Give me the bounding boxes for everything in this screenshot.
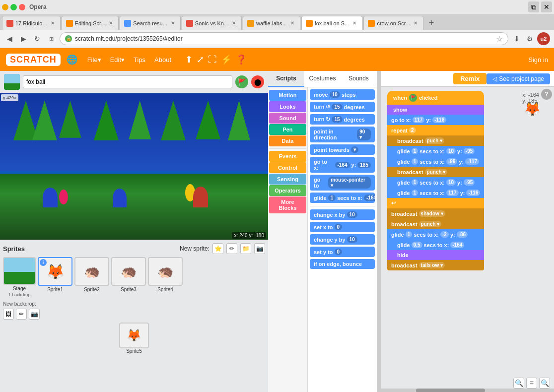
block-change-x[interactable]: change x by 10	[310, 209, 375, 220]
draw-backdrop-button[interactable]: ✏	[16, 309, 27, 320]
block-if-on-edge[interactable]: if on edge, bounce	[310, 259, 375, 269]
help-icon[interactable]: ❓	[236, 54, 247, 65]
block-glide6[interactable]: glide 0.5 secs to x: -164	[387, 240, 484, 250]
middle-scrollbar[interactable]	[377, 71, 381, 392]
block-show[interactable]: show	[387, 105, 484, 115]
category-operators[interactable]: Operators	[269, 185, 306, 196]
paint-backdrop-button[interactable]: 🖼	[3, 309, 14, 320]
category-looks[interactable]: Looks	[269, 101, 306, 112]
tab-editing[interactable]: Editing Scr... ✕	[62, 16, 119, 30]
camera-sprite-button[interactable]: 📷	[254, 243, 265, 254]
presentation-icon[interactable]: ⛶	[208, 55, 217, 65]
draw-sprite-button[interactable]: ✏	[226, 243, 237, 254]
refresh-button[interactable]: ↻	[32, 33, 43, 44]
maximize-button[interactable]	[10, 4, 17, 10]
block-turn-left[interactable]: turn ↺ 15 degrees	[310, 102, 375, 112]
minimize-button[interactable]	[2, 4, 8, 10]
home-button[interactable]: ⊞	[46, 33, 57, 44]
tab-close-icon[interactable]: ✕	[169, 20, 176, 27]
green-flag-button[interactable]: 🚩	[235, 75, 248, 88]
block-broadcast-puch[interactable]: broadcast puch ▾	[387, 135, 484, 146]
tab-sounds[interactable]: Sounds	[341, 71, 377, 87]
tab-close-icon[interactable]: ✕	[107, 20, 114, 27]
scratch-logo[interactable]: SCRATCH	[6, 54, 61, 66]
tab-scripts[interactable]: Scripts	[268, 71, 304, 87]
bookmark-icon[interactable]: ☆	[496, 34, 503, 44]
block-set-x[interactable]: set x to 0	[310, 222, 375, 232]
block-goto-xy[interactable]: go to x: -164 y: 185	[310, 157, 375, 173]
category-pen[interactable]: Pen	[269, 124, 306, 135]
window-restore-button[interactable]: ⧉	[528, 1, 539, 12]
block-glide5[interactable]: glide 1 secs to x: -2 y: -86	[387, 229, 484, 240]
see-project-button[interactable]: ◁ See project page	[486, 73, 550, 84]
category-sensing[interactable]: Sensing	[269, 174, 306, 185]
sprite5-item[interactable]: 🦊 Sprite5	[3, 323, 265, 354]
signin-link[interactable]: Sign in	[528, 56, 548, 64]
category-sound[interactable]: Sound	[269, 113, 306, 124]
block-when-clicked[interactable]: when 🚩 clicked	[387, 91, 484, 105]
file-menu[interactable]: File▾	[83, 54, 105, 65]
block-goto-mousepointer[interactable]: go to mouse-pointer ▾	[310, 175, 375, 191]
tab-waffle[interactable]: waffle-labs... ✕	[243, 16, 300, 30]
tab-close-icon[interactable]: ✕	[289, 20, 296, 27]
sprite2-item[interactable]: 🦔 Sprite2	[74, 257, 109, 292]
forward-button[interactable]: ▶	[18, 33, 29, 44]
globe-icon[interactable]: 🌐	[67, 54, 77, 65]
block-broadcast-shadow[interactable]: broadcast shadow ▾	[387, 208, 484, 219]
block-glide4[interactable]: glide 1 secs to x: 117 y: -116	[387, 188, 484, 198]
block-hide[interactable]: hide	[387, 250, 484, 260]
stop-button[interactable]: ⬤	[251, 75, 264, 88]
tab-close-icon[interactable]: ✕	[412, 20, 419, 27]
category-data[interactable]: Data	[269, 135, 306, 146]
tab-17ridiculo[interactable]: 17 Ridiculo... ✕	[2, 16, 61, 30]
tab-crow[interactable]: crow on Scr... ✕	[363, 16, 423, 30]
tab-search[interactable]: Search resu... ✕	[120, 16, 180, 30]
turbo-icon[interactable]: ⚡	[221, 54, 232, 65]
new-tab-button[interactable]: +	[424, 16, 438, 30]
tips-link[interactable]: Tips	[130, 54, 149, 65]
block-glide1[interactable]: glide 1 secs to x: 10 y: -95	[387, 146, 484, 156]
block-set-y[interactable]: set y to 0	[310, 247, 375, 257]
about-link[interactable]: About	[150, 54, 175, 65]
block-glide[interactable]: glide 1 secs to x: -164 y: 18	[310, 193, 375, 203]
user-avatar[interactable]: u2	[537, 32, 550, 45]
block-broadcast-tailsow[interactable]: broadcast tails ow ▾	[387, 260, 484, 270]
project-name-input[interactable]	[23, 75, 232, 88]
stage-sprite-item[interactable]: Stage 1 backdrop	[3, 257, 36, 297]
help-button[interactable]: ?	[541, 89, 552, 100]
category-events[interactable]: Events	[269, 151, 306, 162]
block-goto-117[interactable]: go to x: 117 y: -116	[387, 115, 484, 125]
category-more-blocks[interactable]: More Blocks	[269, 196, 306, 213]
tab-sonic[interactable]: Sonic vs Kn... ✕	[182, 16, 242, 30]
block-change-y[interactable]: change y by 10	[310, 234, 375, 245]
tab-close-icon[interactable]: ✕	[351, 20, 358, 27]
canvas-scrollbar-h[interactable]	[381, 389, 554, 392]
tab-foxball[interactable]: fox ball on S... ✕	[301, 16, 363, 30]
paint-sprite-button[interactable]: ⭐	[212, 243, 223, 254]
zoom-out-button[interactable]: 🔍	[539, 378, 550, 389]
sprite3-item[interactable]: 🦔 Sprite3	[111, 257, 146, 292]
share-icon[interactable]: ⬆	[185, 54, 193, 65]
category-motion[interactable]: Motion	[269, 90, 306, 101]
upload-sprite-button[interactable]: 📁	[240, 243, 251, 254]
sprite1-item[interactable]: i 🦊 Sprite1	[38, 257, 72, 292]
block-move[interactable]: move 10 steps	[310, 89, 375, 100]
block-broadcast-punch1[interactable]: broadcast punch ▾	[387, 167, 484, 177]
back-button[interactable]: ◀	[4, 33, 15, 44]
upload-backdrop-button[interactable]: 📷	[29, 309, 40, 320]
download-icon[interactable]: ⬇	[511, 33, 522, 44]
close-button[interactable]	[19, 4, 25, 10]
block-repeat[interactable]: repeat 2	[387, 125, 484, 135]
edit-menu[interactable]: Edit▾	[106, 54, 129, 65]
block-point-direction[interactable]: point in direction 90 ▾	[310, 127, 375, 142]
block-glide2[interactable]: glide 1 secs to x: -99 y: -117	[387, 156, 484, 167]
block-point-towards[interactable]: point towards ▾	[310, 144, 375, 155]
tab-close-icon[interactable]: ✕	[49, 20, 56, 27]
fullscreen-icon[interactable]: ⤢	[197, 54, 204, 65]
zoom-in-button[interactable]: 🔍	[513, 378, 524, 389]
block-broadcast-punch2[interactable]: broadcast punch ▾	[387, 219, 484, 229]
block-glide3[interactable]: glide 1 secs to x: 10 y: -95	[387, 177, 484, 188]
address-bar[interactable]: 🔒 scratch.mit.edu/projects/1355265/#edit…	[60, 32, 508, 45]
remix-button[interactable]: Remix	[453, 73, 486, 84]
zoom-reset-button[interactable]: =	[526, 378, 537, 389]
